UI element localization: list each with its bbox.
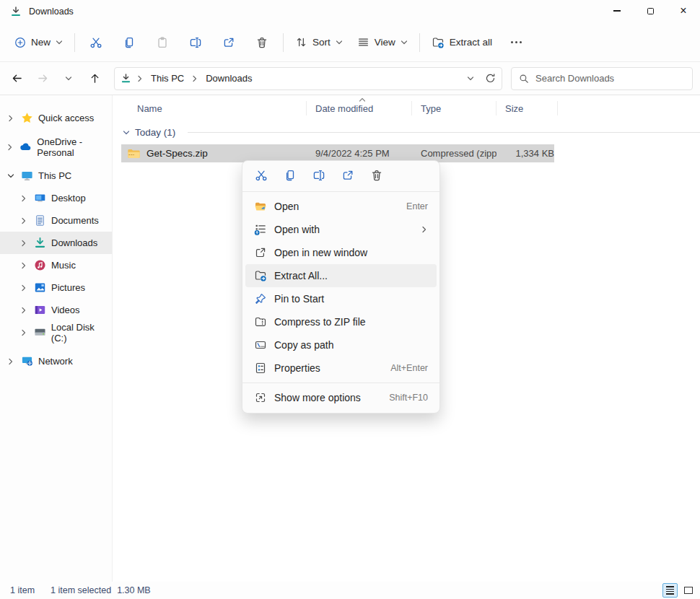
- file-date-cell: 9/4/2022 4:25 PM: [307, 148, 412, 159]
- menu-item-show-more-options[interactable]: Show more options Shift+F10: [245, 386, 437, 409]
- menu-item-open-in-new-window[interactable]: Open in new window: [245, 241, 437, 264]
- selection-count: 1 item selected: [51, 585, 111, 595]
- sidebar-item-this-pc[interactable]: This PC: [0, 165, 112, 187]
- group-collapse-icon[interactable]: [123, 129, 130, 136]
- search-icon: [519, 74, 529, 84]
- sidebar-item-desktop[interactable]: Desktop: [0, 187, 112, 209]
- new-button-label: New: [31, 37, 51, 48]
- rename-button[interactable]: [179, 29, 212, 56]
- details-view-toggle[interactable]: [662, 583, 678, 598]
- search-input[interactable]: [535, 73, 685, 84]
- more-options-button[interactable]: [499, 29, 533, 56]
- address-bar[interactable]: This PC Downloads: [114, 67, 502, 90]
- command-bar: New Sort View Extract all: [0, 23, 700, 62]
- sort-button[interactable]: Sort: [288, 30, 350, 54]
- view-button[interactable]: View: [350, 30, 415, 54]
- toolbar-separator: [283, 33, 284, 52]
- column-header-date-modified[interactable]: Date modified: [307, 101, 412, 115]
- up-arrow-icon: [89, 72, 101, 84]
- sort-button-label: Sort: [312, 37, 331, 48]
- chevron-right-icon[interactable]: [19, 217, 29, 224]
- share-button[interactable]: [333, 164, 362, 187]
- up-button[interactable]: [82, 67, 107, 90]
- column-header-type[interactable]: Type: [412, 101, 496, 115]
- sort-icon: [295, 36, 307, 48]
- new-window-icon: [254, 246, 267, 259]
- recent-locations-button[interactable]: [56, 67, 81, 90]
- breadcrumb-chevron-icon: [136, 75, 144, 82]
- extract-all-button[interactable]: Extract all: [424, 30, 499, 55]
- menu-item-copy-as-path[interactable]: Copy as path: [245, 333, 437, 357]
- chevron-right-icon[interactable]: [19, 284, 29, 292]
- minimize-button[interactable]: [600, 0, 634, 22]
- close-button[interactable]: ×: [667, 0, 700, 22]
- address-dropdown-icon[interactable]: [467, 75, 474, 82]
- group-header-today[interactable]: Today (1): [121, 127, 700, 138]
- delete-button[interactable]: [245, 29, 279, 56]
- chevron-right-icon[interactable]: [6, 358, 16, 365]
- file-name-cell[interactable]: Get-Specs.zip: [121, 148, 307, 159]
- star-icon: [21, 112, 33, 124]
- chevron-down-icon: [65, 75, 72, 82]
- drive-icon: [34, 326, 46, 338]
- chevron-right-icon[interactable]: [19, 262, 29, 269]
- sort-ascending-icon: [359, 96, 366, 103]
- toolbar-separator: [419, 33, 420, 52]
- cut-button[interactable]: [247, 164, 276, 187]
- menu-item-extract-all[interactable]: Extract All...: [245, 264, 437, 287]
- chevron-down-icon[interactable]: [6, 172, 16, 180]
- open-with-icon: [254, 223, 267, 236]
- column-header-size[interactable]: Size: [496, 101, 558, 115]
- forward-button[interactable]: [30, 67, 55, 90]
- shortcut-label: Enter: [406, 201, 428, 211]
- copy-button[interactable]: [276, 164, 305, 187]
- menu-item-pin-to-start[interactable]: Pin to Start: [245, 287, 437, 310]
- music-icon: [34, 259, 46, 271]
- menu-item-compress-to-zip[interactable]: Compress to ZIP file: [245, 310, 437, 333]
- chevron-right-icon[interactable]: [6, 115, 16, 122]
- chevron-right-icon[interactable]: [19, 329, 29, 336]
- file-name: Get-Specs.zip: [146, 148, 208, 159]
- sidebar-item-onedrive[interactable]: OneDrive - Personal: [0, 136, 112, 158]
- paste-button[interactable]: [146, 29, 179, 56]
- navigation-pane: Quick access OneDrive - Personal This PC…: [0, 95, 113, 582]
- menu-item-open[interactable]: Open Enter: [245, 195, 437, 218]
- rename-button[interactable]: [305, 164, 333, 187]
- breadcrumb-downloads[interactable]: Downloads: [204, 71, 254, 85]
- zip-folder-icon: [127, 148, 141, 159]
- sidebar-item-network[interactable]: Network: [0, 350, 112, 372]
- chevron-right-icon[interactable]: [19, 307, 29, 314]
- chevron-right-icon[interactable]: [19, 240, 29, 247]
- search-box[interactable]: [511, 67, 693, 90]
- sidebar-item-downloads[interactable]: Downloads: [0, 232, 112, 254]
- downloads-icon: [121, 73, 131, 84]
- ellipsis-icon: [511, 41, 522, 43]
- menu-item-open-with[interactable]: Open with: [245, 218, 437, 241]
- maximize-button[interactable]: [634, 0, 667, 22]
- chevron-right-icon[interactable]: [19, 195, 29, 202]
- sidebar-item-quick-access[interactable]: Quick access: [0, 107, 112, 129]
- column-header-name[interactable]: Name: [121, 101, 307, 115]
- refresh-button[interactable]: [485, 73, 496, 84]
- sidebar-item-videos[interactable]: Videos: [0, 299, 112, 321]
- sidebar-item-local-disk[interactable]: Local Disk (C:): [0, 321, 112, 344]
- cut-button[interactable]: [79, 29, 113, 56]
- share-icon: [341, 169, 354, 182]
- extract-all-icon: [254, 269, 267, 282]
- chevron-down-icon: [56, 39, 63, 46]
- toolbar-separator: [74, 33, 75, 52]
- sidebar-item-label: Downloads: [51, 237, 97, 248]
- thumbnail-view-toggle[interactable]: [681, 583, 696, 598]
- back-button[interactable]: [4, 67, 29, 90]
- delete-button[interactable]: [362, 164, 391, 187]
- submenu-chevron-icon: [421, 226, 428, 233]
- share-button[interactable]: [212, 29, 245, 56]
- sidebar-item-music[interactable]: Music: [0, 254, 112, 276]
- sidebar-item-documents[interactable]: Documents: [0, 209, 112, 232]
- menu-item-properties[interactable]: Properties Alt+Enter: [245, 357, 437, 380]
- breadcrumb-this-pc[interactable]: This PC: [149, 71, 186, 85]
- copy-button[interactable]: [113, 29, 146, 56]
- chevron-right-icon[interactable]: [6, 144, 14, 151]
- sidebar-item-pictures[interactable]: Pictures: [0, 276, 112, 299]
- new-button[interactable]: New: [7, 31, 70, 54]
